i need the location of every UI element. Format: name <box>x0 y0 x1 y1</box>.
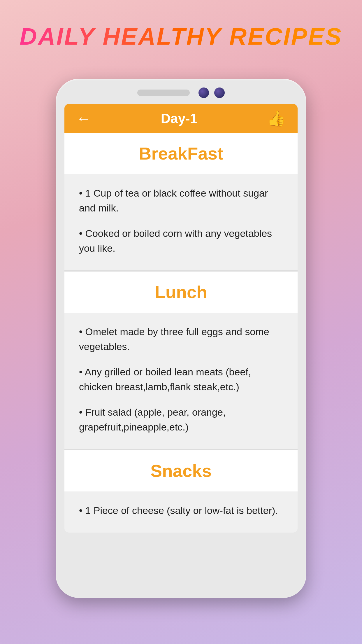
phone-camera-left <box>198 88 209 98</box>
phone-speaker <box>137 90 190 96</box>
snacks-item-1: • 1 Piece of cheese (salty or low-fat is… <box>79 503 283 518</box>
back-button[interactable]: ← <box>76 110 91 127</box>
snacks-title: Snacks <box>150 461 212 481</box>
lunch-item-3: • Fruit salad (apple, pear, orange, grap… <box>79 405 283 435</box>
phone-camera-right <box>214 88 225 98</box>
phone-frame: ← Day-1 👍 BreakFast • 1 Cup of tea or bl… <box>56 79 306 598</box>
lunch-header: Lunch <box>64 272 298 313</box>
breakfast-title: BreakFast <box>139 144 223 163</box>
phone-top-bar <box>61 88 301 98</box>
app-title: DAILY HEALTHY RECIPES <box>8 23 354 50</box>
nav-bar: ← Day-1 👍 <box>64 104 298 133</box>
nav-title: Day-1 <box>161 111 197 126</box>
lunch-item-2: • Any grilled or boiled lean meats (beef… <box>79 365 283 394</box>
like-button[interactable]: 👍 <box>267 110 286 127</box>
snacks-content: • 1 Piece of cheese (salty or low-fat is… <box>64 491 298 533</box>
breakfast-header: BreakFast <box>64 133 298 174</box>
lunch-item-1: • Omelet made by three full eggs and som… <box>79 324 283 354</box>
breakfast-content: • 1 Cup of tea or black coffee without s… <box>64 174 298 270</box>
phone-camera-group <box>198 88 225 98</box>
breakfast-item-2: • Cooked or boiled corn with any vegetab… <box>79 226 283 256</box>
lunch-title: Lunch <box>155 282 207 302</box>
breakfast-item-1: • 1 Cup of tea or black coffee without s… <box>79 186 283 216</box>
snacks-header: Snacks <box>64 450 298 491</box>
lunch-content: • Omelet made by three full eggs and som… <box>64 313 298 449</box>
phone-screen: ← Day-1 👍 BreakFast • 1 Cup of tea or bl… <box>64 104 298 533</box>
